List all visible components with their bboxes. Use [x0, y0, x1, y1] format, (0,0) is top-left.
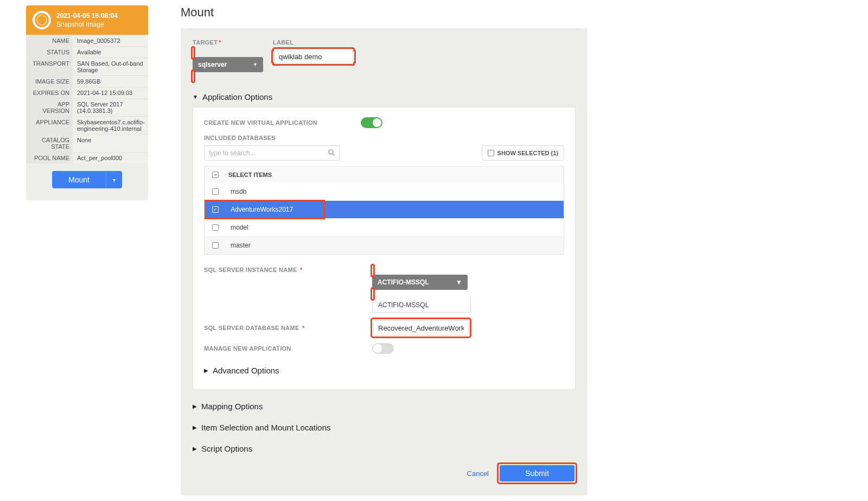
- included-databases-label: INCLUDED DATABASES: [204, 135, 564, 141]
- page-title: Mount: [181, 5, 588, 20]
- detail-key: TRANSPORT: [26, 58, 73, 75]
- snapshot-header: 2021-04-05 15:08:04 Snapshot Image: [26, 5, 148, 35]
- snapshot-detail-row: NAMEImage_0005372: [26, 35, 148, 46]
- main-content: Mount TARGET* sqlserver ▼ LABEL: [181, 5, 588, 496]
- label-field-group: LABEL: [273, 39, 354, 64]
- db-checkbox[interactable]: [212, 242, 219, 249]
- create-new-virtual-app-toggle[interactable]: [361, 117, 382, 128]
- select-items-header-label: SELECT ITEMS: [228, 172, 272, 178]
- triangle-right-icon: ▶: [193, 424, 197, 430]
- detail-value: SAN Based, Out-of-band Storage: [73, 58, 148, 75]
- section-mapping-options[interactable]: ▶ Mapping Options: [193, 402, 576, 411]
- target-field-group: TARGET* sqlserver ▼: [193, 39, 263, 80]
- detail-value: Skybasecentos7.c.actifio-engineering-410…: [73, 117, 148, 134]
- snapshot-subtitle: Snapshot Image: [56, 21, 118, 28]
- triangle-right-icon: ▶: [193, 446, 197, 452]
- chevron-down-icon: ▼: [456, 278, 462, 286]
- detail-key: IMAGE SIZE: [26, 76, 73, 87]
- db-table-header: SELECT ITEMS: [205, 167, 564, 183]
- section-mapping-label: Mapping Options: [201, 402, 263, 411]
- target-label: TARGET*: [193, 39, 263, 46]
- mount-button[interactable]: Mount: [52, 171, 106, 188]
- snapshot-detail-row: APP VERSIONSQL Server 2017 (14.0.3381.3): [26, 98, 148, 116]
- section-item-selection-label: Item Selection and Mount Locations: [201, 423, 330, 432]
- db-name: master: [228, 242, 251, 249]
- snapshot-detail-row: EXPIRES ON2021-04-12 15:09:03: [26, 87, 148, 98]
- snapshot-ring-icon: [33, 11, 51, 29]
- db-name: model: [228, 224, 248, 231]
- db-row-model[interactable]: model: [205, 218, 564, 236]
- snapshot-detail-row: IMAGE SIZE59.86GB: [26, 75, 148, 87]
- select-all-checkbox[interactable]: [212, 172, 219, 178]
- sql-instance-dropdown-option[interactable]: ACTIFIO-MSSQL: [372, 298, 471, 313]
- label-label: LABEL: [273, 39, 354, 46]
- snapshot-details: NAMEImage_0005372STATUSAvailableTRANSPOR…: [26, 35, 148, 163]
- app-options-panel: CREATE NEW VIRTUAL APPLICATION INCLUDED …: [193, 107, 576, 390]
- chevron-down-icon: ▼: [253, 62, 258, 67]
- section-app-options-label: Application Options: [202, 92, 272, 102]
- detail-value: Act_per_pool000: [73, 153, 148, 163]
- section-script-label: Script Options: [201, 444, 252, 453]
- detail-key: EXPIRES ON: [26, 87, 73, 98]
- cancel-link[interactable]: Cancel: [467, 470, 489, 478]
- manage-new-app-toggle[interactable]: [372, 343, 394, 354]
- sql-instance-value: ACTIFIO-MSSQL: [378, 278, 429, 286]
- form-panel: TARGET* sqlserver ▼ LABEL: [181, 28, 588, 496]
- detail-value: Available: [73, 47, 148, 58]
- triangle-right-icon: ▶: [204, 367, 208, 373]
- section-item-selection[interactable]: ▶ Item Selection and Mount Locations: [193, 423, 576, 432]
- section-script-options[interactable]: ▶ Script Options: [193, 444, 576, 453]
- db-row-adventureworks2017[interactable]: AdventureWorks2017: [205, 200, 564, 218]
- snapshot-detail-row: POOL NAMEAct_per_pool000: [26, 152, 148, 163]
- snapshot-detail-row: APPLIANCESkybasecentos7.c.actifio-engine…: [26, 116, 148, 134]
- snapshot-detail-row: STATUSAvailable: [26, 46, 148, 58]
- db-name: msdb: [228, 188, 246, 195]
- sql-instance-highlight: ACTIFIO-MSSQL ▼: [372, 265, 471, 299]
- form-footer: Cancel Submit: [193, 464, 576, 483]
- show-selected-checkbox: [488, 150, 494, 156]
- target-select[interactable]: sqlserver ▼: [193, 57, 263, 72]
- show-selected-label: SHOW SELECTED (1): [497, 150, 558, 156]
- sql-dbname-highlight: [372, 319, 470, 337]
- db-checkbox[interactable]: [212, 224, 219, 231]
- detail-key: APPLIANCE: [26, 117, 73, 134]
- snapshot-detail-row: CATALOG STATENone: [26, 134, 148, 152]
- snapshot-timestamp: 2021-04-05 15:08:04: [56, 12, 118, 21]
- db-name: AdventureWorks2017: [228, 206, 293, 213]
- sql-dbname-input[interactable]: [373, 320, 469, 335]
- database-table: SELECT ITEMS msdbAdventureWorks2017model…: [204, 166, 564, 255]
- detail-key: POOL NAME: [26, 153, 73, 163]
- db-checkbox[interactable]: [212, 188, 219, 195]
- detail-value: Image_0005372: [73, 35, 148, 46]
- db-search-input[interactable]: [204, 145, 340, 161]
- section-advanced-label: Advanced Options: [213, 366, 279, 375]
- triangle-down-icon: ▼: [193, 94, 198, 100]
- db-checkbox[interactable]: [212, 206, 219, 213]
- sidebar: 2021-04-05 15:08:04 Snapshot Image NAMEI…: [26, 5, 148, 200]
- sql-dbname-label: SQL SERVER DATABASE NAME *: [204, 325, 356, 331]
- label-highlight: [273, 52, 354, 62]
- detail-value: 59.86GB: [73, 76, 148, 87]
- sql-instance-select[interactable]: ACTIFIO-MSSQL ▼: [372, 275, 468, 290]
- detail-value: SQL Server 2017 (14.0.3381.3): [73, 99, 148, 116]
- snapshot-card: 2021-04-05 15:08:04 Snapshot Image NAMEI…: [26, 5, 148, 200]
- sql-instance-field-wrap: ACTIFIO-MSSQL ▼ ACTIFIO-MSSQL: [372, 267, 471, 313]
- db-row-master[interactable]: master: [205, 236, 564, 254]
- section-advanced-options[interactable]: ▶ Advanced Options: [204, 366, 564, 375]
- section-application-options[interactable]: ▼ Application Options: [193, 92, 576, 102]
- label-input[interactable]: [274, 49, 353, 64]
- detail-value: None: [73, 135, 148, 152]
- submit-button[interactable]: Submit: [500, 465, 575, 481]
- target-value: sqlserver: [198, 61, 227, 68]
- show-selected-toggle[interactable]: SHOW SELECTED (1): [482, 145, 564, 161]
- detail-value: 2021-04-12 15:09:03: [73, 87, 148, 98]
- db-search-wrap: [204, 145, 340, 161]
- mount-dropdown-caret[interactable]: ▾: [106, 171, 122, 188]
- db-row-msdb[interactable]: msdb: [205, 183, 564, 200]
- detail-key: APP VERSION: [26, 99, 73, 116]
- submit-highlight: Submit: [499, 464, 576, 483]
- detail-key: STATUS: [26, 47, 73, 58]
- sql-instance-label: SQL SERVER INSTANCE NAME *: [204, 267, 356, 273]
- detail-key: NAME: [26, 35, 73, 46]
- manage-new-app-label: MANAGE NEW APPLICATION: [204, 345, 356, 352]
